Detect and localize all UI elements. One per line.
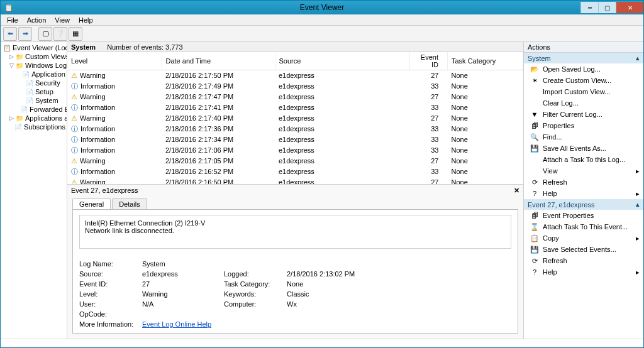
log-title: System [71, 43, 96, 51]
nav-item[interactable]: ▽📁Windows Logs [1, 61, 67, 70]
minimize-button[interactable]: ━ [580, 2, 598, 13]
nav-item[interactable]: 📄System [1, 96, 67, 105]
collapse-icon[interactable]: ▴ [636, 54, 640, 62]
menubar: File Action View Help [1, 14, 643, 26]
menu-file[interactable]: File [3, 15, 22, 25]
refresh-button[interactable]: ▦ [69, 27, 82, 41]
action-item[interactable]: Import Custom View... [524, 86, 643, 97]
nav-item[interactable]: 📄Setup [1, 87, 67, 96]
col-source[interactable]: Source [275, 52, 410, 70]
action-item[interactable]: ?Help▸ [524, 266, 643, 278]
titlebar: 📋 Event Viewer ━ ▢ ✕ [1, 1, 643, 14]
action-item[interactable]: ▼Filter Current Log... [524, 109, 643, 120]
menu-action[interactable]: Action [23, 15, 50, 25]
col-level[interactable]: Level [67, 52, 162, 70]
nav-item[interactable]: ▷📁Custom Views [1, 52, 67, 61]
actions-header: Actions [524, 42, 643, 53]
toolbar: ⬅ ➡ 🖵 ❔ ▦ [1, 26, 643, 42]
table-row[interactable]: Information2/18/2016 2:17:41 PMe1dexpres… [67, 102, 523, 113]
action-item[interactable]: 💾Save All Events As... [524, 143, 643, 154]
app-icon: 📋 [4, 4, 13, 12]
action-item[interactable]: Attach a Task To this Log... [524, 154, 643, 165]
col-eventid[interactable]: Event ID [410, 52, 448, 70]
table-row[interactable]: Warning2/18/2016 2:17:47 PMe1dexpress27N… [67, 92, 523, 102]
action-item[interactable]: 🔍Find... [524, 131, 643, 143]
detail-pane: Event 27, e1dexpress ✕ General Details I… [67, 184, 523, 339]
event-properties: Log Name:System Source:e1dexpress Logged… [79, 260, 511, 328]
nav-item[interactable]: ▷📁Applications and Services Lo [1, 114, 67, 122]
detail-title: Event 27, e1dexpress [71, 187, 138, 194]
actions-section-event: Event 27, e1dexpress▴ [524, 199, 643, 210]
detail-close-icon[interactable]: ✕ [514, 187, 519, 195]
table-row[interactable]: Information2/18/2016 2:17:49 PMe1dexpres… [67, 81, 523, 92]
table-row[interactable]: Warning2/18/2016 2:17:40 PMe1dexpress27N… [67, 113, 523, 124]
nav-item[interactable]: 📄Application [1, 70, 67, 79]
table-row[interactable]: Information2/18/2016 2:16:52 PMe1dexpres… [67, 166, 523, 177]
forward-button[interactable]: ➡ [18, 27, 32, 41]
table-row[interactable]: Warning2/18/2016 2:16:50 PMe1dexpress27N… [67, 177, 523, 185]
table-row[interactable]: Information2/18/2016 2:17:06 PMe1dexpres… [67, 145, 523, 156]
online-help-link[interactable]: Event Log Online Help [142, 320, 218, 328]
close-button[interactable]: ✕ [616, 2, 643, 13]
table-row[interactable]: Information2/18/2016 2:17:34 PMe1dexpres… [67, 134, 523, 145]
action-item[interactable]: 💾Save Selected Events... [524, 244, 643, 255]
action-item[interactable]: 🗐Event Properties [524, 210, 643, 221]
action-item[interactable]: ⟳Refresh [524, 177, 643, 188]
table-row[interactable]: Warning2/18/2016 2:17:05 PMe1dexpress27N… [67, 156, 523, 166]
action-item[interactable]: 🗐Properties [524, 120, 643, 131]
back-button[interactable]: ⬅ [3, 27, 17, 41]
help-button[interactable]: ❔ [53, 27, 67, 41]
table-row[interactable]: Warning2/18/2016 2:17:50 PMe1dexpress27N… [67, 70, 523, 81]
app-window: 📋 Event Viewer ━ ▢ ✕ File Action View He… [0, 0, 644, 348]
event-count: Number of events: 3,773 [107, 43, 182, 51]
menu-help[interactable]: Help [75, 15, 97, 25]
nav-tree[interactable]: 📋Event Viewer (Local) ▷📁Custom Views▽📁Wi… [1, 42, 67, 339]
maximize-button[interactable]: ▢ [598, 2, 616, 13]
action-item[interactable]: ?Help▸ [524, 188, 643, 199]
menu-view[interactable]: View [51, 15, 74, 25]
action-item[interactable]: ⌛Attach Task To This Event... [524, 221, 643, 232]
horizontal-scrollbar[interactable] [1, 339, 643, 347]
action-item[interactable]: ⟳Refresh [524, 255, 643, 266]
actions-section-system: System▴ [524, 53, 643, 63]
nav-item[interactable]: 📄Subscriptions [1, 122, 67, 131]
event-message: Intel(R) Ethernet Connection (2) I219-V … [79, 215, 511, 249]
window-title: Event Viewer [300, 3, 344, 12]
actions-pane: Actions System▴ 📂Open Saved Log...✶Creat… [524, 42, 643, 339]
action-item[interactable]: Clear Log... [524, 97, 643, 109]
action-item[interactable]: View▸ [524, 165, 643, 177]
col-datetime[interactable]: Date and Time [162, 52, 275, 70]
list-header: System Number of events: 3,773 [67, 42, 523, 52]
action-item[interactable]: 📋Copy▸ [524, 232, 643, 244]
nav-item[interactable]: 📄Security [1, 79, 67, 87]
col-taskcat[interactable]: Task Category [448, 52, 523, 70]
table-row[interactable]: Information2/18/2016 2:17:36 PMe1dexpres… [67, 124, 523, 134]
tab-general[interactable]: General [72, 198, 111, 209]
tab-details[interactable]: Details [112, 198, 147, 209]
show-tree-button[interactable]: 🖵 [38, 27, 52, 41]
event-grid[interactable]: Level Date and Time Source Event ID Task… [67, 52, 523, 184]
nav-root[interactable]: 📋Event Viewer (Local) [1, 43, 67, 52]
nav-item[interactable]: 📄Forwarded Events [1, 105, 67, 114]
collapse-icon[interactable]: ▴ [636, 200, 640, 209]
action-item[interactable]: 📂Open Saved Log... [524, 63, 643, 75]
action-item[interactable]: ✶Create Custom View... [524, 75, 643, 86]
